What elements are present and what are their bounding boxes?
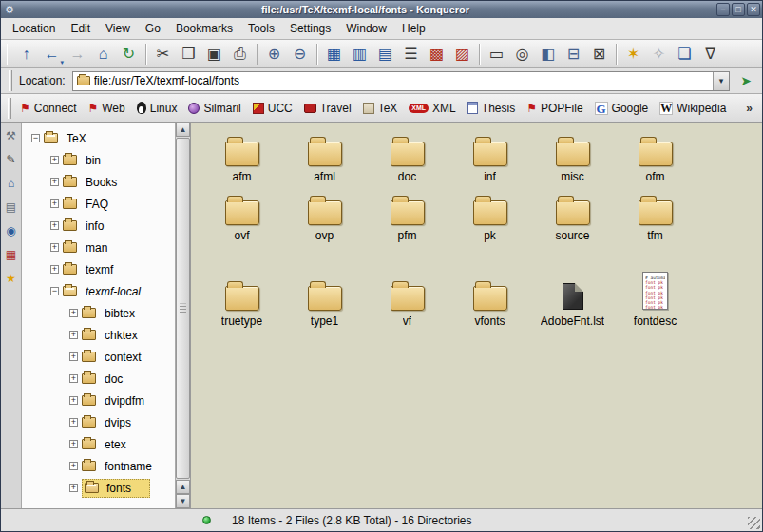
location-combobox[interactable]: ▾	[72, 71, 730, 91]
file-item-fontdesc[interactable]: # automat font pk font pk font pk font p…	[614, 265, 696, 328]
bookmark-google[interactable]: GGoogle	[589, 99, 655, 118]
folder-item-inf[interactable]: inf	[448, 130, 531, 183]
expand-icon[interactable]: +	[69, 440, 78, 448]
copy-icon[interactable]: ❐	[176, 42, 201, 66]
tree-item-faq[interactable]: +FAQ	[22, 193, 175, 215]
bookmark-linux[interactable]: Linux	[131, 99, 183, 118]
folder-item-ovp[interactable]: ovp	[283, 189, 366, 242]
split-view-left-right-icon[interactable]: ◧	[535, 42, 561, 66]
cut-icon[interactable]: ✂	[150, 42, 176, 66]
menu-settings[interactable]: Settings	[282, 19, 338, 38]
tree-item-man[interactable]: +man	[22, 237, 175, 258]
print-icon[interactable]: ⎙	[227, 42, 253, 66]
folder-item-type1[interactable]: type1	[283, 265, 366, 328]
menu-location[interactable]: Location	[5, 19, 63, 38]
expand-icon[interactable]: +	[69, 484, 78, 492]
scroll-down-icon[interactable]: ▼	[176, 494, 190, 508]
expand-icon[interactable]: +	[69, 309, 78, 317]
bookmark-silmaril[interactable]: Silmaril	[182, 99, 246, 118]
tree-scrollbar[interactable]: ▲ ▲ ▼	[175, 123, 190, 508]
bookmark-view-icon[interactable]: ▨	[449, 42, 475, 66]
tree-item-chktex[interactable]: +chktex	[22, 324, 175, 346]
new-tab-icon[interactable]: ✶	[620, 42, 646, 66]
go-icon[interactable]: ➤	[734, 70, 757, 92]
bookmark-connect[interactable]: ⚑Connect	[14, 99, 82, 118]
up-icon[interactable]: ↑	[13, 42, 39, 66]
folder-item-afm[interactable]: afm	[200, 130, 283, 183]
expand-icon[interactable]: +	[50, 178, 59, 186]
detailed-list-view-icon[interactable]: ▤	[372, 42, 398, 66]
folder-icon-view[interactable]: afm afml doc inf misc ofm ovf ovp pfm pk…	[191, 123, 762, 508]
paste-icon[interactable]: ▣	[201, 42, 227, 66]
folder-item-pfm[interactable]: pfm	[366, 189, 448, 242]
close-view-icon[interactable]: ⊠	[586, 42, 612, 66]
window-menu-icon[interactable]: ⚙	[3, 3, 16, 16]
folder-item-doc[interactable]: doc	[366, 130, 448, 183]
expand-icon[interactable]: +	[50, 243, 59, 252]
collapse-icon[interactable]: −	[50, 287, 59, 295]
root-folder-tab-icon[interactable]: ▦	[3, 246, 20, 263]
resize-grip[interactable]	[748, 517, 760, 529]
file-item-adobefnt[interactable]: AdobeFnt.lst	[531, 265, 614, 328]
close-button[interactable]: ✕	[747, 3, 760, 16]
zoom-in-icon[interactable]: ⊕	[261, 42, 287, 66]
scroll-up-icon[interactable]: ▲	[176, 480, 190, 494]
tree-item-tex[interactable]: −TeX	[22, 127, 175, 149]
reload-icon[interactable]: ↻	[116, 42, 142, 66]
bookmark-tex[interactable]: TeX	[357, 99, 404, 118]
tab-icon[interactable]: ❏	[672, 42, 697, 66]
folder-item-afml[interactable]: afml	[283, 130, 366, 183]
documents-tab-icon[interactable]: ▤	[3, 199, 20, 216]
terminal-icon[interactable]: ▭	[484, 42, 509, 66]
folder-item-truetype[interactable]: truetype	[200, 265, 283, 328]
html-view-icon[interactable]: ▩	[424, 42, 449, 66]
bookmark-web[interactable]: ⚑Web	[82, 99, 130, 118]
collapse-icon[interactable]: −	[31, 134, 40, 142]
folder-item-ofm[interactable]: ofm	[614, 130, 696, 183]
zoom-out-icon[interactable]: ⊖	[287, 42, 313, 66]
expand-icon[interactable]: +	[69, 331, 78, 339]
tree-item-bibtex[interactable]: +bibtex	[22, 302, 175, 324]
expand-icon[interactable]: +	[69, 352, 78, 361]
folder-item-source[interactable]: source	[531, 189, 614, 242]
folder-item-tfm[interactable]: tfm	[614, 189, 696, 242]
folder-item-misc[interactable]: misc	[531, 130, 614, 183]
scroll-up-icon[interactable]: ▲	[176, 123, 190, 137]
expand-icon[interactable]: +	[50, 221, 59, 230]
titlebar[interactable]: ⚙ file:/usr/TeX/texmf-local/fonts - Konq…	[1, 1, 762, 18]
tree-item-fonts[interactable]: +fonts	[22, 477, 175, 499]
tree-item-books[interactable]: +Books	[22, 171, 175, 193]
bookmark-ucc[interactable]: UCC	[247, 99, 298, 118]
bookmark-popfile[interactable]: ⚑POPFile	[521, 99, 588, 118]
tree-item-texmf-local[interactable]: −texmf-local	[22, 280, 175, 302]
expand-icon[interactable]: +	[69, 374, 78, 383]
services-tab-icon[interactable]: ⚒	[3, 127, 20, 144]
bookmark-xml[interactable]: XMLXML	[403, 99, 461, 118]
menu-window[interactable]: Window	[338, 19, 394, 38]
menu-edit[interactable]: Edit	[63, 19, 98, 38]
menu-view[interactable]: View	[98, 19, 138, 38]
toolbar-handle[interactable]	[7, 44, 10, 65]
tree-item-info[interactable]: +info	[22, 215, 175, 237]
home-tab-icon[interactable]: ⌂	[3, 175, 20, 192]
history-tab-icon[interactable]: ✎	[3, 151, 20, 168]
menu-tools[interactable]: Tools	[240, 19, 282, 38]
location-toolbar-handle[interactable]	[9, 70, 12, 91]
tree-item-etex[interactable]: +etex	[22, 433, 175, 455]
back-icon[interactable]: ←▾	[39, 42, 65, 66]
bookmarks-overflow-icon[interactable]: »	[740, 102, 758, 115]
tree-item-bin[interactable]: +bin	[22, 149, 175, 171]
folder-item-vfonts[interactable]: vfonts	[448, 265, 531, 328]
icon-view-icon[interactable]: ▦	[321, 42, 347, 66]
menu-go[interactable]: Go	[138, 19, 168, 38]
tree-item-context[interactable]: +context	[22, 346, 175, 368]
filter-icon[interactable]: ∇	[697, 42, 723, 66]
expand-icon[interactable]: +	[50, 265, 59, 274]
tree-item-fontname[interactable]: +fontname	[22, 455, 175, 477]
bookmark-wikipedia[interactable]: WWikipedia	[654, 99, 732, 118]
bookmarks-toolbar-handle[interactable]	[8, 98, 11, 119]
tree-item-texmf[interactable]: +texmf	[22, 258, 175, 280]
expand-icon[interactable]: +	[69, 418, 78, 427]
expand-icon[interactable]: +	[69, 462, 78, 470]
tree-item-dvipdfm[interactable]: +dvipdfm	[22, 390, 175, 411]
